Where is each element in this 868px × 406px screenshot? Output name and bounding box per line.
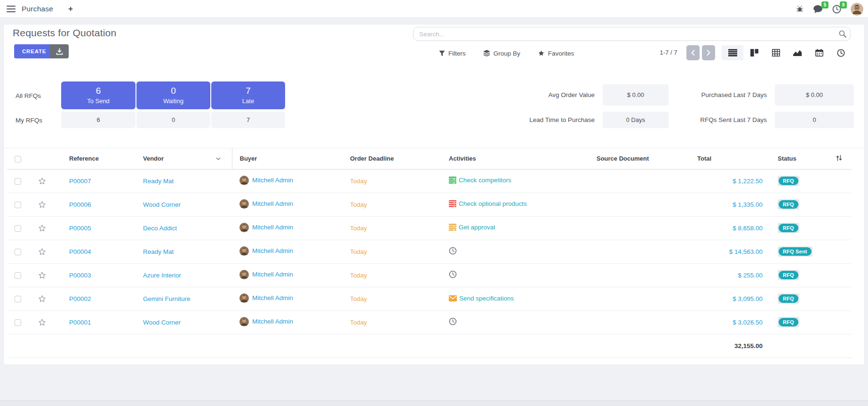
user-avatar[interactable]: [851, 3, 863, 16]
kanban-view-button[interactable]: [743, 45, 765, 60]
create-button[interactable]: CREATE: [14, 44, 54, 58]
activity-cell[interactable]: Check optional products: [449, 200, 527, 207]
waiting-label: Waiting: [136, 97, 210, 105]
my-late-value[interactable]: 7: [211, 112, 285, 128]
table-header-row: Reference Vendor Buyer Order Deadline Ac…: [7, 148, 852, 169]
row-checkbox[interactable]: [15, 225, 21, 232]
messages-icon[interactable]: 5: [813, 5, 823, 14]
column-header-buyer[interactable]: Buyer: [232, 148, 342, 169]
row-checkbox[interactable]: [15, 296, 21, 302]
filters-button[interactable]: Filters: [439, 50, 466, 57]
debug-bug-icon[interactable]: [796, 5, 804, 13]
optional-columns-button[interactable]: [827, 148, 852, 169]
late-button[interactable]: 7 Late: [211, 81, 285, 109]
reference-link[interactable]: P00004: [69, 248, 91, 255]
reference-link[interactable]: P00001: [69, 319, 91, 326]
column-header-total[interactable]: Total: [697, 148, 770, 169]
buyer-avatar: [239, 246, 249, 256]
activity-view-button[interactable]: [830, 45, 852, 60]
my-waiting-value[interactable]: 0: [136, 112, 210, 128]
activity-cell[interactable]: [449, 247, 459, 255]
list-view-button[interactable]: [722, 45, 743, 60]
select-all-checkbox[interactable]: [15, 156, 21, 162]
table-row[interactable]: P00001 Wood Corner Mitchell Admin Today …: [7, 310, 852, 334]
group-by-button[interactable]: Group By: [483, 50, 520, 57]
activity-cell[interactable]: Get approval: [449, 224, 495, 231]
app-name[interactable]: Purchase: [22, 5, 53, 13]
vendor-link[interactable]: Ready Mat: [143, 248, 174, 255]
reference-link[interactable]: P00002: [69, 295, 91, 302]
buyer-link[interactable]: Mitchell Admin: [252, 247, 293, 254]
table-row[interactable]: P00004 Ready Mat Mitchell Admin Today $ …: [7, 240, 852, 263]
column-header-vendor[interactable]: Vendor: [135, 148, 232, 169]
favorite-star-icon[interactable]: [38, 247, 47, 256]
vendor-link[interactable]: Gemini Furniture: [143, 295, 191, 302]
activity-cell[interactable]: [449, 270, 459, 278]
favorites-button[interactable]: Favorites: [538, 50, 574, 57]
order-deadline: Today: [350, 178, 367, 185]
favorite-star-icon[interactable]: [38, 200, 47, 209]
favorite-star-icon[interactable]: [38, 177, 47, 186]
activity-cell[interactable]: [449, 317, 459, 325]
reference-link[interactable]: P00007: [69, 178, 91, 185]
column-header-activities[interactable]: Activities: [441, 148, 589, 169]
vendor-link[interactable]: Wood Corner: [143, 201, 181, 208]
calendar-view-button[interactable]: [808, 45, 830, 60]
row-checkbox[interactable]: [15, 249, 21, 255]
column-header-reference[interactable]: Reference: [55, 148, 135, 169]
pivot-view-icon: [772, 49, 780, 57]
column-header-status[interactable]: Status: [770, 148, 827, 169]
favorite-star-icon[interactable]: [38, 318, 47, 327]
column-header-source[interactable]: Source Document: [589, 148, 697, 169]
pager-previous-button[interactable]: [686, 45, 700, 60]
buyer-link[interactable]: Mitchell Admin: [252, 318, 293, 325]
total-amount: $ 255.00: [738, 272, 763, 279]
row-checkbox[interactable]: [15, 272, 21, 279]
activity-label[interactable]: Check optional products: [459, 200, 527, 207]
buyer-link[interactable]: Mitchell Admin: [252, 224, 293, 231]
status-badge: RFQ: [779, 271, 798, 279]
row-checkbox[interactable]: [15, 178, 21, 185]
apps-menu-icon[interactable]: [7, 4, 16, 14]
new-tab-button[interactable]: +: [68, 4, 73, 14]
pivot-view-button[interactable]: [765, 45, 787, 60]
to-send-button[interactable]: 6 To Send: [61, 81, 135, 109]
row-checkbox[interactable]: [15, 202, 21, 208]
vendor-link[interactable]: Azure Interior: [143, 272, 181, 279]
graph-view-button[interactable]: [787, 45, 808, 60]
favorite-star-icon[interactable]: [38, 224, 47, 233]
activity-cell[interactable]: Send specifications: [449, 295, 514, 302]
activity-label[interactable]: Send specifications: [459, 295, 514, 302]
waiting-button[interactable]: 0 Waiting: [136, 81, 210, 109]
reference-link[interactable]: P00006: [69, 201, 91, 208]
vendor-link[interactable]: Wood Corner: [143, 319, 181, 326]
activity-cell[interactable]: Check competitors: [449, 177, 511, 184]
favorites-label: Favorites: [548, 50, 574, 57]
buyer-link[interactable]: Mitchell Admin: [252, 271, 293, 278]
favorite-star-icon[interactable]: [38, 294, 47, 303]
table-row[interactable]: P00006 Wood Corner Mitchell Admin Today …: [7, 193, 852, 216]
search-input[interactable]: [413, 27, 851, 41]
vendor-link[interactable]: Deco Addict: [143, 225, 177, 232]
buyer-link[interactable]: Mitchell Admin: [252, 177, 293, 184]
reference-link[interactable]: P00005: [69, 225, 91, 232]
pager-next-button[interactable]: [702, 45, 715, 60]
activities-clock-icon[interactable]: 9: [832, 5, 841, 14]
column-header-deadline[interactable]: Order Deadline: [342, 148, 441, 169]
buyer-link[interactable]: Mitchell Admin: [252, 294, 293, 301]
import-button[interactable]: [50, 44, 69, 58]
activity-label[interactable]: Check competitors: [459, 177, 511, 184]
favorite-star-icon[interactable]: [38, 271, 47, 280]
table-row[interactable]: P00005 Deco Addict Mitchell Admin Today …: [7, 216, 852, 240]
status-badge: RFQ: [779, 177, 798, 185]
table-row[interactable]: P00007 Ready Mat Mitchell Admin Today Ch…: [7, 169, 852, 193]
table-row[interactable]: P00002 Gemini Furniture Mitchell Admin T…: [7, 287, 852, 310]
table-row[interactable]: P00003 Azure Interior Mitchell Admin Tod…: [7, 263, 852, 287]
activity-label[interactable]: Get approval: [459, 224, 495, 231]
my-to-send-value[interactable]: 6: [61, 112, 135, 128]
buyer-link[interactable]: Mitchell Admin: [252, 200, 293, 207]
search-icon[interactable]: [839, 30, 846, 40]
row-checkbox[interactable]: [15, 319, 21, 326]
reference-link[interactable]: P00003: [69, 272, 91, 279]
vendor-link[interactable]: Ready Mat: [143, 178, 174, 185]
